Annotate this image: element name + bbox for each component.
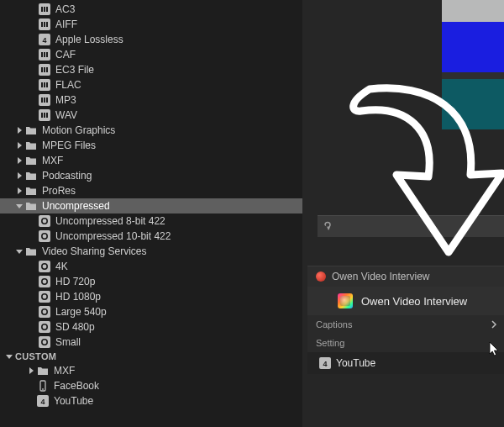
row-label: EC3 File [55,64,94,76]
folder-mpeg-files[interactable]: MPEG Files [0,138,302,153]
preset-aiff[interactable]: AIFF [0,17,302,32]
preset-uncompressed-8-bit-422[interactable]: Uncompressed 8-bit 422 [0,214,302,229]
preset-hd-1080p[interactable]: HD 1080p [0,289,302,304]
codec-icon [39,18,50,30]
disclosure-spacer [29,262,37,271]
setting-row[interactable]: 4 YouTube [307,352,504,374]
codec-icon [39,3,50,15]
preset-large-540p[interactable]: Large 540p [0,304,302,319]
custom-youtube[interactable]: 4YouTube [0,393,302,409]
folder-icon [25,140,37,151]
preset-icon [39,261,50,272]
folder-podcasting[interactable]: Podcasting [0,168,302,183]
four-icon: 4 [39,34,50,45]
svg-rect-13 [46,52,48,57]
codec-icon [39,64,50,76]
four-icon: 4 [319,357,331,369]
row-label: MXF [54,365,75,377]
inspector-area: Owen Video Interview Owen Video Intervie… [302,0,504,427]
codec-icon [39,94,50,106]
codec-icon [39,49,50,61]
preset-icon [39,306,50,318]
svg-text:4: 4 [42,36,46,45]
folder-motion-graphics[interactable]: Motion Graphics [0,123,302,138]
disclosure-spacer [29,323,37,331]
row-label: HD 1080p [55,291,101,303]
preset-icon [39,291,50,303]
codec-icon [39,79,50,91]
disclosure-spacer [27,397,35,405]
custom-facebook[interactable]: FaceBook [0,378,302,393]
custom-section-header[interactable]: CUSTOM [0,350,302,363]
svg-rect-7 [46,22,48,27]
folder-mxf[interactable]: MXF [0,153,302,168]
chevron-right-icon [15,126,24,134]
batch-title: Owen Video Interview [332,271,430,282]
disclosure-spacer [29,111,37,119]
row-label: FaceBook [54,380,99,392]
batch-header[interactable]: Owen Video Interview [307,266,504,287]
svg-rect-2 [44,7,45,12]
svg-rect-25 [46,98,48,103]
disclosure-spacer [29,81,37,89]
svg-rect-16 [44,67,45,72]
row-label: SD 480p [55,321,95,333]
folder-uncompressed[interactable]: Uncompressed [0,198,302,214]
preset-wav[interactable]: WAV [0,108,302,123]
folder-icon [37,365,49,377]
preset-mp3[interactable]: MP3 [0,92,302,108]
folder-icon [25,124,37,136]
search-icon [323,221,333,233]
preview-band-light [442,0,504,22]
folder-prores[interactable]: ProRes [0,183,302,198]
preset-icon [39,276,50,287]
row-label: ProRes [42,185,76,197]
preview-band-divider [442,72,504,79]
folder-icon [25,155,37,166]
row-label: Podcasting [42,170,92,182]
chevron-right-icon [491,320,497,329]
svg-rect-44 [39,336,50,348]
disclosure-spacer [27,382,35,390]
preset-caf[interactable]: CAF [0,47,302,62]
svg-rect-34 [39,261,50,272]
disclosure-spacer [29,96,37,104]
svg-text:4: 4 [323,360,327,368]
row-label: HD 720p [55,276,95,287]
row-label: Uncompressed 10-bit 422 [55,230,171,242]
row-label: MXF [42,155,63,166]
row-label: WAV [55,109,77,121]
preset-flac[interactable]: FLAC [0,77,302,92]
preset-apple-lossless[interactable]: 4Apple Lossless [0,32,302,47]
chevron-down-icon [5,352,13,361]
fcp-project-icon [338,293,353,308]
row-label: AC3 [55,3,75,15]
preset-small[interactable]: Small [0,335,302,350]
folder-video-sharing-services[interactable]: Video Sharing Services [0,244,302,259]
preset-hd-720p[interactable]: HD 720p [0,274,302,289]
project-row[interactable]: Owen Video Interview [307,287,504,315]
captions-label: Captions [316,319,352,329]
svg-rect-36 [39,276,50,287]
preset-ac3[interactable]: AC3 [0,2,302,17]
preset-uncompressed-10-bit-422[interactable]: Uncompressed 10-bit 422 [0,229,302,244]
custom-mxf[interactable]: MXF [0,363,302,378]
chevron-right-icon [15,156,24,165]
svg-rect-29 [46,113,48,118]
row-label: 4K [55,261,68,272]
row-label: Uncompressed [42,200,110,212]
chevron-right-icon [15,141,24,150]
chevron-right-icon [15,171,24,180]
disclosure-spacer [29,35,37,44]
row-label: FLAC [55,79,81,91]
preset-4k[interactable]: 4K [0,259,302,274]
preset-ec3-file[interactable]: EC3 File [0,62,302,77]
settings-sidebar: AC3AIFF4Apple LosslessCAFEC3 FileFLACMP3… [0,0,302,427]
project-title: Owen Video Interview [361,295,467,308]
search-field[interactable] [318,215,504,237]
disclosure-spacer [29,66,37,74]
captions-section[interactable]: Captions [307,315,504,334]
settings-tree: AC3AIFF4Apple LosslessCAFEC3 FileFLACMP3… [0,0,302,409]
folder-icon [25,200,37,212]
preset-sd-480p[interactable]: SD 480p [0,319,302,335]
